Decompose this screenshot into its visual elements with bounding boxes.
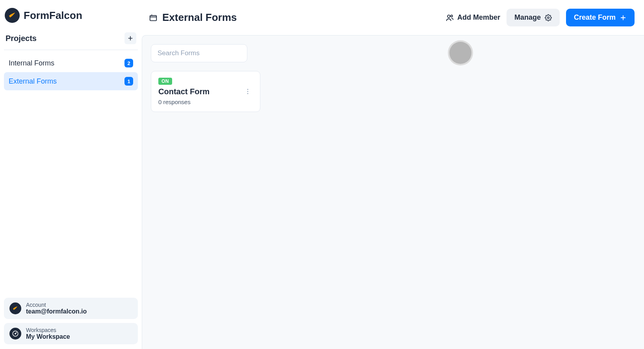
sidebar: FormFalcon Projects Internal Forms 2 Ext… <box>0 0 142 349</box>
page-title: External Forms <box>162 11 237 24</box>
sidebar-item-external-forms[interactable]: External Forms 1 <box>4 72 138 90</box>
account-logo-icon <box>9 302 21 314</box>
account-card[interactable]: Account team@formfalcon.io <box>4 298 138 319</box>
brand-name: FormFalcon <box>24 9 82 22</box>
plus-icon <box>620 14 627 21</box>
project-name: Internal Forms <box>9 59 54 67</box>
workspace-label: Workspaces <box>26 327 70 333</box>
project-name: External Forms <box>9 77 57 86</box>
svg-point-5 <box>547 17 549 19</box>
create-form-label: Create Form <box>574 13 616 22</box>
page-title-wrap: External Forms <box>149 11 237 24</box>
svg-point-4 <box>451 15 453 17</box>
add-member-label: Add Member <box>457 13 500 22</box>
content-area: ON Contact Form 0 responses <box>142 35 644 349</box>
sidebar-item-internal-forms[interactable]: Internal Forms 2 <box>4 54 138 72</box>
cursor-indicator <box>449 42 471 64</box>
workspace-value: My Workspace <box>26 333 70 340</box>
gauge-icon <box>9 328 21 340</box>
folder-icon <box>149 13 158 22</box>
project-count-badge: 2 <box>124 59 133 67</box>
projects-list: Internal Forms 2 External Forms 1 <box>4 54 138 90</box>
svg-point-1 <box>15 333 16 334</box>
brand[interactable]: FormFalcon <box>4 8 138 32</box>
manage-button[interactable]: Manage <box>507 9 560 26</box>
dots-vertical-icon <box>244 88 251 95</box>
form-menu-button[interactable] <box>243 88 253 95</box>
svg-point-6 <box>247 89 249 90</box>
plus-icon <box>127 35 134 41</box>
brand-logo-icon <box>5 8 20 23</box>
manage-label: Manage <box>514 13 541 22</box>
projects-header: Projects <box>4 32 138 50</box>
search-input[interactable] <box>151 44 247 62</box>
account-value: team@formfalcon.io <box>26 308 87 315</box>
people-icon <box>445 13 454 22</box>
add-member-button[interactable]: Add Member <box>445 13 500 22</box>
workspace-card[interactable]: Workspaces My Workspace <box>4 323 138 344</box>
topbar: External Forms Add Member Manage <box>142 0 644 35</box>
account-label: Account <box>26 302 87 308</box>
main: External Forms Add Member Manage <box>142 0 644 349</box>
svg-point-3 <box>447 15 450 17</box>
create-form-button[interactable]: Create Form <box>566 9 635 26</box>
form-responses: 0 responses <box>158 99 210 105</box>
project-count-badge: 1 <box>124 77 133 86</box>
form-card[interactable]: ON Contact Form 0 responses <box>151 71 260 112</box>
gear-icon <box>545 14 552 21</box>
projects-title: Projects <box>6 34 37 43</box>
status-badge: ON <box>158 78 172 85</box>
svg-point-7 <box>247 91 249 92</box>
forms-grid: ON Contact Form 0 responses <box>151 71 635 112</box>
svg-point-8 <box>247 93 249 94</box>
svg-rect-2 <box>150 15 157 21</box>
form-title: Contact Form <box>158 87 210 96</box>
add-project-button[interactable] <box>124 32 136 44</box>
